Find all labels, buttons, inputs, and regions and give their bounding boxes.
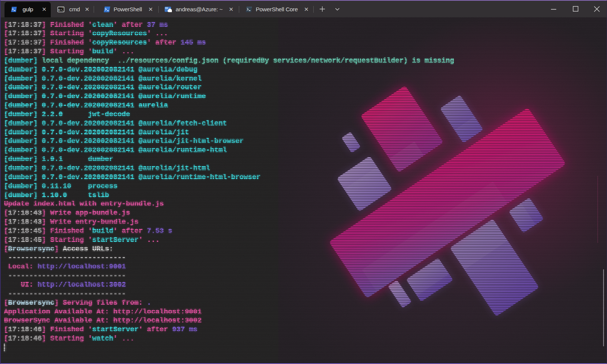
svg-text:C:\_: C:\_	[58, 9, 64, 12]
